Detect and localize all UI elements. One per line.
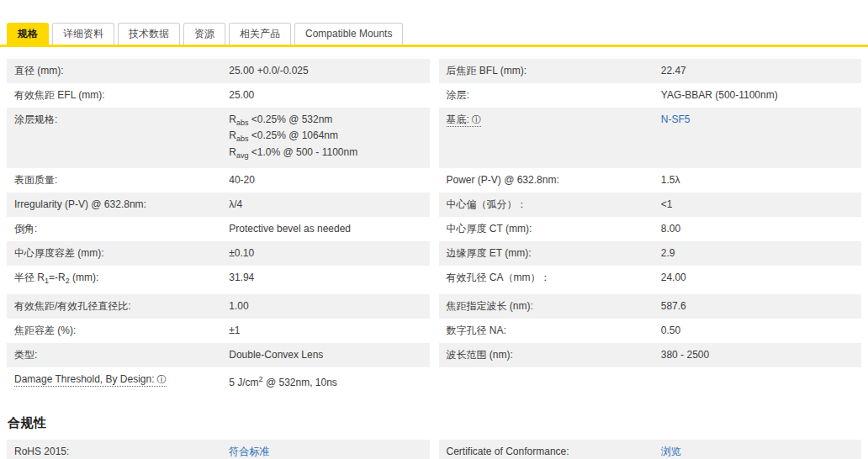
- spec-label-text: 直径 (mm):: [14, 65, 64, 76]
- table-row: 表面质量: 40-20 Power (P-V) @ 632.8nm: 1.5λ: [7, 168, 861, 193]
- spec-label: 倒角:: [7, 217, 222, 241]
- spec-value: <1: [654, 193, 861, 217]
- spec-cell-left: 半径 R1=-R2 (mm): 31.94: [7, 266, 430, 293]
- info-icon[interactable]: ⓘ: [157, 374, 167, 384]
- spec-value[interactable]: N-SF5: [654, 108, 861, 132]
- spec-label-text: 焦距容差 (%):: [14, 324, 76, 336]
- spec-label-text: 有效焦距/有效孔径直径比:: [14, 300, 131, 312]
- spec-label: 涂层:: [439, 83, 654, 108]
- spec-cell-left: 有效焦距/有效孔径直径比: 1.00: [7, 294, 430, 319]
- spec-label: 直径 (mm):: [7, 59, 222, 83]
- tab-label: 技术数据: [129, 28, 169, 40]
- tab-label: 相关产品: [240, 28, 280, 40]
- table-row: 焦距容差 (%): ±1 数字孔径 NA: 0.50: [7, 319, 861, 343]
- spec-label: 焦距指定波长 (nm):: [439, 294, 654, 319]
- spec-label-text: 类型:: [14, 349, 37, 361]
- spec-value: ±0.10: [222, 241, 429, 266]
- tab-label: 资源: [194, 28, 214, 40]
- tab-tech-data[interactable]: 技术数据: [118, 23, 180, 45]
- spec-cell-right: 中心厚度 CT (mm): 8.00: [439, 217, 862, 241]
- spec-label-text: RoHS 2015:: [14, 446, 69, 457]
- spec-value: 31.94: [222, 266, 429, 290]
- table-row: 有效焦距 EFL (mm): 25.00 涂层: YAG-BBAR (500-1…: [7, 83, 861, 108]
- spec-cell-right: 有效孔径 CA（mm）： 24.00: [439, 266, 862, 293]
- spec-label: 波长范围 (nm):: [439, 343, 654, 367]
- tab-bar: 规格详细资料技术数据资源相关产品Compatible Mounts: [0, 23, 868, 45]
- compliance-table: RoHS 2015: 符合标准 Certificate of Conforman…: [7, 440, 861, 459]
- tab-related-products[interactable]: 相关产品: [229, 23, 291, 45]
- spec-cell-left: RoHS 2015: 符合标准: [7, 440, 430, 459]
- spec-cell-right: [439, 367, 862, 395]
- spec-cell-left: 中心厚度容差 (mm): ±0.10: [7, 241, 430, 266]
- table-row: 中心厚度容差 (mm): ±0.10 边缘厚度 ET (mm): 2.9: [7, 241, 861, 266]
- spec-label: Certificate of Conformance:: [439, 440, 654, 459]
- table-row: 涂层规格: Rabs <0.25% @ 532nmRabs <0.25% @ 1…: [7, 108, 861, 168]
- tab-label: Compatible Mounts: [305, 28, 392, 40]
- spec-cell-right: 边缘厚度 ET (mm): 2.9: [439, 241, 862, 266]
- spec-cell-right: Power (P-V) @ 632.8nm: 1.5λ: [439, 168, 862, 193]
- spec-value[interactable]: 符合标准: [222, 440, 429, 459]
- spec-label: 后焦距 BFL (mm):: [439, 59, 654, 83]
- spec-label: 有效孔径 CA（mm）：: [439, 266, 654, 290]
- spec-value: 25.00: [222, 83, 429, 108]
- spec-cell-right: 焦距指定波长 (nm): 587.6: [439, 294, 862, 319]
- tab-details[interactable]: 详细资料: [52, 23, 114, 45]
- spec-label-text: 涂层:: [447, 89, 469, 101]
- spec-label: 中心厚度容差 (mm):: [7, 241, 222, 266]
- spec-label: Power (P-V) @ 632.8nm:: [439, 168, 654, 193]
- spec-value: 380 - 2500: [654, 343, 861, 367]
- tab-compatible-mounts[interactable]: Compatible Mounts: [294, 23, 403, 45]
- spec-value: Protective bevel as needed: [222, 217, 429, 241]
- spec-label: Irregularity (P-V) @ 632.8nm:: [7, 193, 222, 217]
- spec-label-text: 基底:ⓘ: [447, 113, 481, 127]
- spec-label-text: 倒角:: [14, 223, 37, 235]
- spec-value: 8.00: [654, 217, 861, 241]
- tab-specs[interactable]: 规格: [7, 23, 49, 45]
- spec-label: 边缘厚度 ET (mm):: [439, 241, 654, 266]
- spec-label: RoHS 2015:: [7, 440, 222, 459]
- spec-label-text: Certificate of Conformance:: [447, 446, 569, 457]
- spec-label-text: 有效孔径 CA（mm）：: [447, 272, 551, 283]
- spec-label: 类型:: [7, 343, 222, 367]
- spec-cell-left: 表面质量: 40-20: [7, 168, 430, 193]
- spec-value: 2.9: [654, 241, 861, 266]
- table-row: 倒角: Protective bevel as needed 中心厚度 CT (…: [7, 217, 861, 241]
- spec-value: λ/4: [222, 193, 429, 217]
- spec-label-text: Irregularity (P-V) @ 632.8nm:: [14, 198, 146, 210]
- spec-label-text: 边缘厚度 ET (mm):: [447, 247, 532, 259]
- spec-value: 1.00: [222, 294, 429, 319]
- spec-cell-right: 后焦距 BFL (mm): 22.47: [439, 59, 862, 83]
- spec-cell-left: 直径 (mm): 25.00 +0.0/-0.025: [7, 59, 430, 83]
- spec-label: Damage Threshold, By Design:ⓘ: [7, 367, 222, 392]
- spec-label: 中心偏（弧分）：: [439, 193, 654, 217]
- spec-value: Double-Convex Lens: [222, 343, 429, 367]
- spec-cell-right: 中心偏（弧分）： <1: [439, 193, 862, 217]
- spec-value: 0.50: [654, 319, 861, 343]
- table-row: 直径 (mm): 25.00 +0.0/-0.025 后焦距 BFL (mm):…: [7, 59, 861, 83]
- spec-value: 25.00 +0.0/-0.025: [222, 59, 429, 83]
- tab-label: 规格: [18, 28, 38, 40]
- spec-cell-right: Certificate of Conformance: 浏览: [439, 440, 862, 459]
- spec-cell-left: 有效焦距 EFL (mm): 25.00: [7, 83, 430, 108]
- spec-cell-right: 涂层: YAG-BBAR (500-1100nm): [439, 83, 862, 108]
- tab-label: 详细资料: [63, 28, 103, 40]
- spec-label: 数字孔径 NA:: [439, 319, 654, 343]
- spec-value: Rabs <0.25% @ 532nmRabs <0.25% @ 1064nmR…: [222, 108, 429, 168]
- spec-label-text: Damage Threshold, By Design:ⓘ: [14, 373, 167, 387]
- spec-label: 基底:ⓘ: [439, 108, 654, 132]
- compliance-title: 合规性: [8, 415, 861, 431]
- table-row: 类型: Double-Convex Lens 波长范围 (nm): 380 - …: [7, 343, 861, 367]
- spec-label-text: 有效焦距 EFL (mm):: [14, 89, 105, 101]
- tab-resources[interactable]: 资源: [183, 23, 225, 45]
- info-icon[interactable]: ⓘ: [472, 114, 481, 124]
- spec-label-text: 波长范围 (nm):: [447, 349, 513, 361]
- spec-label-text: 半径 R1=-R2 (mm):: [14, 272, 98, 283]
- spec-value: 587.6: [654, 294, 861, 319]
- spec-cell-left: 焦距容差 (%): ±1: [7, 319, 430, 343]
- spec-label: 焦距容差 (%):: [7, 319, 222, 343]
- spec-label: 有效焦距 EFL (mm):: [7, 83, 222, 108]
- spec-value[interactable]: 浏览: [654, 440, 861, 459]
- spec-label-text: 中心厚度 CT (mm):: [447, 223, 532, 235]
- spec-content: 直径 (mm): 25.00 +0.0/-0.025 后焦距 BFL (mm):…: [0, 47, 868, 459]
- spec-cell-left: 涂层规格: Rabs <0.25% @ 532nmRabs <0.25% @ 1…: [7, 108, 430, 168]
